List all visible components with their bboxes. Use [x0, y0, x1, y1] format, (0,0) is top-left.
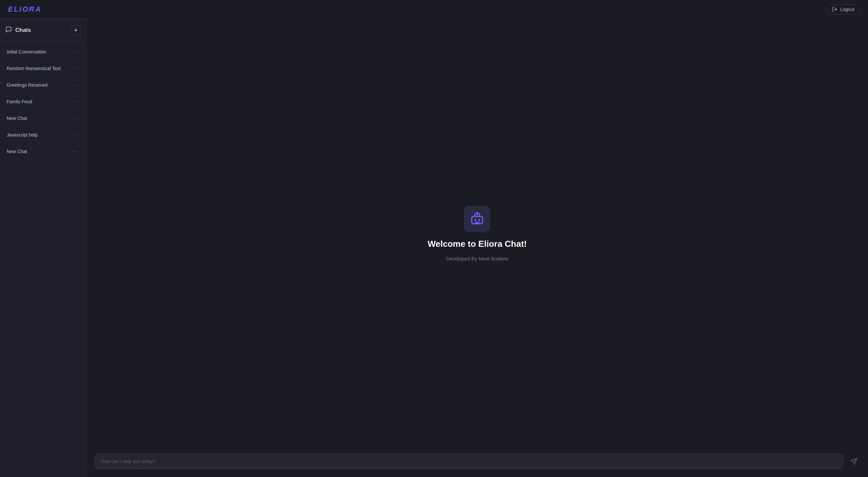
- new-chat-button[interactable]: [71, 25, 81, 35]
- chat-item-name: Random Nonsensical Text: [7, 66, 60, 71]
- chat-item-menu-button[interactable]: ···: [70, 131, 80, 138]
- chat-item-name: Initial Conversation: [7, 49, 46, 55]
- welcome-title: Welcome to Eliora Chat!: [428, 239, 527, 249]
- welcome-area: Welcome to Eliora Chat! Developed By Mee…: [86, 19, 868, 448]
- chat-input[interactable]: [94, 454, 843, 469]
- chat-bubble-icon: [5, 26, 12, 35]
- chat-item-menu-button[interactable]: ···: [70, 115, 80, 122]
- chat-item-name: Javascript help: [7, 132, 37, 137]
- main-content: Welcome to Eliora Chat! Developed By Mee…: [86, 19, 868, 477]
- sidebar-header: Chats: [0, 19, 86, 41]
- plus-icon: [73, 28, 79, 33]
- main-layout: Chats Initial Conversation···Random Nons…: [0, 19, 868, 477]
- chat-list: Initial Conversation···Random Nonsensica…: [0, 41, 86, 477]
- chat-item-name: New Chat: [7, 116, 27, 121]
- logout-button[interactable]: Logout: [827, 4, 860, 14]
- send-button[interactable]: [847, 455, 860, 468]
- bot-icon-wrapper: [464, 205, 491, 232]
- chat-list-item[interactable]: Random Nonsensical Text···: [1, 60, 85, 77]
- chat-list-item[interactable]: Family Feud···: [1, 93, 85, 110]
- input-area: [86, 448, 868, 477]
- sidebar: Chats Initial Conversation···Random Nons…: [0, 19, 86, 477]
- welcome-subtitle: Developed By Meet Bodana: [446, 256, 508, 261]
- svg-point-4: [474, 219, 476, 221]
- chat-list-item[interactable]: Javascript help···: [1, 127, 85, 143]
- app-logo: ELIORA: [8, 5, 41, 13]
- send-icon: [850, 458, 857, 465]
- chat-item-menu-button[interactable]: ···: [70, 65, 80, 72]
- bot-icon: [470, 212, 485, 226]
- logout-icon: [832, 7, 837, 12]
- chat-item-menu-button[interactable]: ···: [70, 98, 80, 105]
- sidebar-title-group: Chats: [5, 26, 31, 35]
- chat-list-item[interactable]: Greetings Received···: [1, 77, 85, 93]
- chat-item-menu-button[interactable]: ···: [70, 148, 80, 155]
- svg-point-5: [478, 219, 480, 221]
- chat-list-item[interactable]: New Chat···: [1, 110, 85, 127]
- chat-item-name: New Chat: [7, 149, 27, 154]
- chat-item-name: Greetings Received: [7, 83, 48, 88]
- chat-list-item[interactable]: New Chat···: [1, 143, 85, 160]
- chat-item-name: Family Feud: [7, 99, 32, 104]
- app-header: ELIORA Logout: [0, 0, 868, 19]
- chat-list-item[interactable]: Initial Conversation···: [1, 43, 85, 60]
- chat-item-menu-button[interactable]: ···: [70, 82, 80, 89]
- chat-item-menu-button[interactable]: ···: [70, 48, 80, 56]
- sidebar-title: Chats: [15, 27, 31, 34]
- svg-point-8: [476, 213, 478, 214]
